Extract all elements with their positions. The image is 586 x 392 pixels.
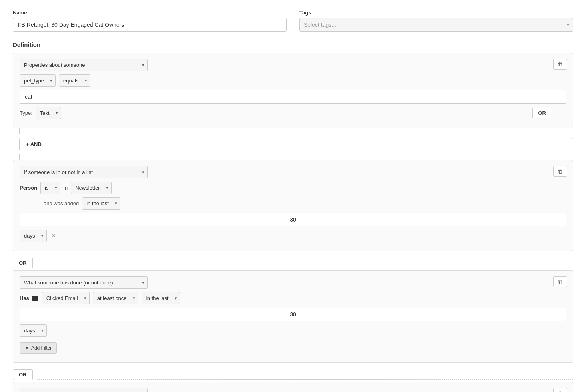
add-filter-label-3: Add Filter [31, 345, 52, 351]
or-divider-2: OR [13, 365, 573, 380]
value-input[interactable] [20, 90, 566, 104]
category-3-select[interactable]: What someone has done (or not done) [20, 276, 148, 289]
freq-3-select[interactable]: at least once [93, 292, 138, 304]
definition-label: Definition [13, 41, 573, 48]
event-3-wrapper: Clicked Email [42, 292, 90, 304]
tags-select-wrapper: Select tags... [299, 18, 573, 32]
property-select[interactable]: pet_type [20, 74, 56, 87]
added-label: and was added [20, 200, 79, 206]
time-filter-wrapper: in the last [82, 197, 120, 210]
operator-select[interactable]: equals [59, 74, 90, 87]
days-3-wrapper: days [20, 324, 47, 337]
freq-3-wrapper: at least once [93, 292, 138, 304]
delete-condition-3[interactable]: 🗑 [553, 276, 567, 287]
category-1-wrapper: Properties about someone [20, 59, 148, 71]
in-last-3-select[interactable]: in the last [142, 292, 180, 304]
property-wrapper: pet_type [20, 74, 56, 87]
newsletter-select[interactable]: Newsletter [71, 182, 112, 194]
tags-label: Tags [299, 10, 573, 16]
or-button-2[interactable]: OR [13, 258, 33, 268]
category-1-select[interactable]: Properties about someone [20, 59, 148, 71]
event-3-select[interactable]: Clicked Email [42, 292, 90, 304]
newsletter-wrapper: Newsletter [71, 182, 112, 194]
is-wrapper: is [40, 182, 60, 194]
category-2-wrapper: If someone is in or not in a list [20, 166, 148, 178]
and-section: + AND [13, 128, 573, 160]
type-label: Type: [20, 110, 32, 116]
days-select-2[interactable]: days [20, 230, 47, 242]
in-label: in [64, 185, 68, 191]
days-input-2[interactable] [20, 213, 566, 226]
condition-block-3: What someone has done (or not done) Has … [13, 270, 573, 363]
in-last-3-wrapper: in the last [142, 292, 180, 304]
delete-condition-1[interactable]: 🗑 [553, 59, 567, 70]
category-3-wrapper: What someone has done (or not done) [20, 276, 148, 289]
name-label: Name [13, 10, 287, 16]
delete-condition-4[interactable]: 🗑 [553, 388, 567, 392]
category-4-wrapper: What someone has done (or not done) [20, 388, 148, 392]
condition-block-1: Properties about someone pet_type equals… [13, 53, 573, 128]
days-3-select[interactable]: days [20, 324, 47, 337]
category-2-select[interactable]: If someone is in or not in a list [20, 166, 148, 178]
or-button-3[interactable]: OR [13, 369, 33, 380]
tags-select[interactable]: Select tags... [299, 18, 573, 32]
days-input-3[interactable] [20, 308, 566, 321]
add-filter-3[interactable]: ▼ Add Filter [20, 342, 57, 354]
filter-icon-3: ▼ [25, 346, 29, 350]
person-label: Person [20, 185, 37, 191]
and-button[interactable]: + AND [19, 138, 573, 150]
or-divider-1: OR [13, 254, 573, 268]
clicked-email-icon [32, 296, 38, 301]
type-wrapper: Text [36, 107, 61, 119]
condition-block-4: What someone has done (or not done) Has … [13, 382, 573, 392]
name-input[interactable] [13, 18, 287, 32]
condition-block-2: If someone is in or not in a list Person… [13, 160, 573, 251]
or-button-1[interactable]: OR [532, 108, 552, 118]
has-label-3: Has [20, 295, 29, 301]
time-filter-select[interactable]: in the last [82, 197, 120, 210]
is-select[interactable]: is [40, 182, 60, 194]
days-wrapper-2: days [20, 230, 47, 242]
type-select[interactable]: Text [36, 107, 61, 119]
operator-wrapper: equals [59, 74, 90, 87]
category-4-select[interactable]: What someone has done (or not done) [20, 388, 148, 392]
close-time-filter[interactable]: ✕ [50, 233, 58, 239]
delete-condition-2[interactable]: 🗑 [553, 166, 567, 177]
